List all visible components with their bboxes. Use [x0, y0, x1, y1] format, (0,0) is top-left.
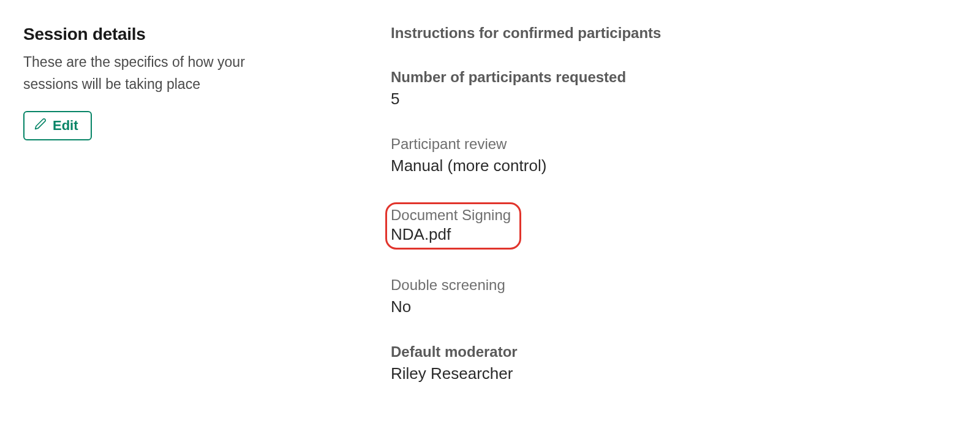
participants-requested-row: Number of participants requested 5 — [391, 69, 957, 109]
default-moderator-value: Riley Researcher — [391, 364, 957, 383]
document-signing-label: Document Signing — [391, 207, 511, 224]
document-signing-highlight: Document Signing NDA.pdf — [385, 202, 521, 250]
document-signing-value: NDA.pdf — [391, 225, 511, 244]
participant-review-label: Participant review — [391, 136, 957, 153]
right-column: Instructions for confirmed participants … — [391, 25, 957, 410]
edit-button[interactable]: Edit — [23, 111, 92, 140]
participant-review-value: Manual (more control) — [391, 156, 957, 175]
double-screening-value: No — [391, 297, 957, 316]
pencil-icon — [34, 118, 47, 134]
instructions-heading: Instructions for confirmed participants — [391, 25, 957, 42]
edit-button-label: Edit — [53, 118, 78, 134]
section-description: These are the specifics of how your sess… — [23, 52, 281, 95]
double-screening-row: Double screening No — [391, 277, 957, 316]
participants-requested-label: Number of participants requested — [391, 69, 957, 86]
default-moderator-label: Default moderator — [391, 343, 957, 361]
double-screening-label: Double screening — [391, 277, 957, 294]
session-details-container: Session details These are the specifics … — [0, 0, 980, 435]
participants-requested-value: 5 — [391, 90, 957, 109]
participant-review-row: Participant review Manual (more control) — [391, 136, 957, 175]
section-title: Session details — [23, 25, 281, 44]
left-column: Session details These are the specifics … — [23, 25, 281, 410]
default-moderator-row: Default moderator Riley Researcher — [391, 343, 957, 383]
